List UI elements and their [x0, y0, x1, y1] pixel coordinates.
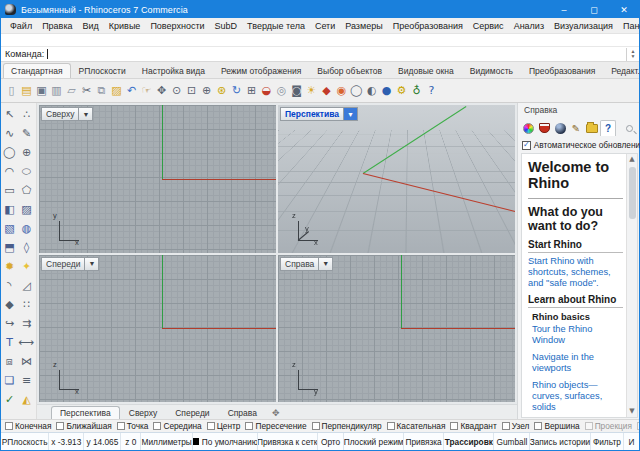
patch-icon[interactable]: ▨	[18, 200, 35, 219]
osnap-project[interactable]: Проекция	[585, 421, 632, 431]
gumball-toggle[interactable]: Gumball	[494, 433, 530, 450]
checkbox-icon[interactable]	[245, 422, 253, 430]
hide-objects-icon[interactable]: ◒	[259, 82, 274, 100]
vptab-perspective[interactable]: Перспектива	[51, 406, 120, 419]
tab-visibility[interactable]: Видимость	[462, 63, 521, 78]
viewport-front-label-chip[interactable]: Спереди ▼	[41, 257, 99, 271]
save-icon[interactable]: ▣	[34, 82, 49, 100]
vptab-top[interactable]: Сверху	[120, 406, 166, 419]
osnap-center[interactable]: Центр	[207, 421, 241, 431]
move-icon[interactable]: ✥	[154, 82, 169, 100]
lock-objects-icon[interactable]: ◙	[289, 82, 304, 100]
offset-icon[interactable]: ⇉	[18, 314, 35, 333]
zoom-icon[interactable]: ⊙	[169, 82, 184, 100]
tab-standard[interactable]: Стандартная	[3, 63, 71, 78]
osnap-toggle[interactable]: Привязка	[404, 433, 444, 450]
arc-icon[interactable]: ◠	[1, 162, 18, 181]
polyline-icon[interactable]: ∿	[1, 124, 18, 143]
extrude-icon[interactable]: ⬒	[1, 238, 18, 257]
wireframe-sphere-icon[interactable]: ◯	[349, 82, 364, 100]
tab-viewports[interactable]: Видовые окна	[390, 63, 462, 78]
checkbox-icon[interactable]	[312, 422, 320, 430]
tab-select-objects[interactable]: Выбор объектов	[309, 63, 390, 78]
pan-icon[interactable]: ☞	[139, 82, 154, 100]
menu-item[interactable]: Кривые	[104, 21, 146, 31]
menu-item[interactable]: Вид	[78, 21, 104, 31]
menu-item[interactable]: Размеры	[340, 21, 387, 31]
search-icon[interactable]	[625, 124, 637, 136]
sphere-icon[interactable]: ◍	[18, 219, 35, 238]
checkbox-icon[interactable]	[637, 422, 639, 430]
fillet-icon[interactable]: ◝	[1, 276, 18, 295]
viewport-right-label-chip[interactable]: Справа ▼	[280, 257, 333, 271]
select-arrow-icon[interactable]: ↖	[1, 105, 18, 124]
notes-panel-tab[interactable]: ✎	[568, 120, 584, 136]
osnap-disable[interactable]: Откл	[637, 421, 639, 431]
menu-item[interactable]: Файл	[5, 21, 37, 31]
viewport-right[interactable]: Справа ▼ z y	[278, 255, 515, 403]
chevron-down-icon[interactable]: ▼	[343, 108, 357, 120]
chamfer-icon[interactable]: ◿	[18, 276, 35, 295]
export-icon[interactable]: ▱	[64, 82, 79, 100]
osnap-near[interactable]: Ближайшая	[56, 421, 111, 431]
menu-item[interactable]: SubD	[210, 21, 243, 31]
menu-item[interactable]: Поверхности	[145, 21, 209, 31]
vptab-right[interactable]: Справа	[219, 406, 266, 419]
explode-icon[interactable]: ✦	[18, 257, 35, 276]
planar-toggle[interactable]: Плоский режим	[344, 433, 404, 450]
osnap-end[interactable]: Конечная	[5, 421, 51, 431]
zoom-extents-icon[interactable]: ⊕	[199, 82, 214, 100]
close-button[interactable]: ✕	[609, 1, 639, 18]
osnap-vertex[interactable]: Вершина	[534, 421, 579, 431]
help-link[interactable]: Navigate in the viewports	[532, 352, 623, 374]
help-link[interactable]: Tour the Rhino Window	[532, 324, 623, 346]
group-icon[interactable]: ❏	[1, 371, 18, 390]
tab-cplanes[interactable]: РПлоскости	[71, 63, 134, 78]
cplane-button[interactable]: РПлоскость	[1, 433, 49, 450]
render-settings-icon[interactable]: ⚙	[394, 82, 409, 100]
print-icon[interactable]: ▥	[49, 82, 64, 100]
osnap-tangent[interactable]: Касательная	[387, 421, 446, 431]
checkbox-icon[interactable]	[207, 422, 215, 430]
tab-transform[interactable]: Преобразования	[521, 63, 603, 78]
osnap-mid[interactable]: Середина	[153, 421, 201, 431]
rotate-view-icon[interactable]: ↻	[229, 82, 244, 100]
grid-snap-toggle[interactable]: Привязка к сетк	[258, 433, 318, 450]
viewport-top-label-chip[interactable]: Сверху ▼	[41, 107, 93, 121]
split-icon[interactable]: ∷	[18, 295, 35, 314]
curve-edit-icon[interactable]: ↪	[1, 314, 18, 333]
vptab-front[interactable]: Спереди	[166, 406, 218, 419]
revolve-icon[interactable]: ◊	[18, 238, 35, 257]
osnap-intersection[interactable]: Пересечение	[245, 421, 306, 431]
help-panel-tab[interactable]: ?	[600, 120, 616, 136]
chevron-down-icon[interactable]: ▼	[78, 108, 92, 120]
point-icon[interactable]: ∴	[18, 105, 35, 124]
rendered-sphere-icon[interactable]: ●	[379, 82, 394, 100]
zoom-window-icon[interactable]: ⊡	[184, 82, 199, 100]
menu-item[interactable]: Панели	[618, 21, 640, 31]
display-mode-icon[interactable]: ◆	[319, 82, 334, 100]
boolean-icon[interactable]: ✹	[1, 257, 18, 276]
chevron-down-icon[interactable]: ▼	[318, 258, 332, 270]
rectangle-icon[interactable]: ▭	[1, 181, 18, 200]
copy-icon[interactable]: ⧉	[94, 82, 109, 100]
menu-item[interactable]: Твердые тела	[242, 21, 310, 31]
paste-icon[interactable]: ▨	[109, 82, 124, 100]
command-line[interactable]: Команда: ▲▼	[1, 47, 639, 62]
checkbox-icon[interactable]	[502, 422, 510, 430]
viewport-layout-icon[interactable]: ⊞	[244, 82, 259, 100]
help-icon[interactable]: ?	[424, 82, 439, 100]
cut-icon[interactable]: ✂	[79, 82, 94, 100]
osnap-point[interactable]: Точка	[117, 421, 149, 431]
libraries-panel-tab[interactable]	[584, 120, 600, 136]
ellipse-icon[interactable]: ⬭	[18, 162, 35, 181]
viewport-move-icon[interactable]: ✥	[266, 408, 286, 419]
units-button[interactable]: Миллиметры	[141, 433, 193, 450]
menu-item[interactable]: Преобразования	[388, 21, 468, 31]
layer-button[interactable]: По умолчанию	[193, 433, 258, 450]
auto-update-checkbox[interactable]: ✓	[522, 141, 531, 150]
checkbox-icon[interactable]	[534, 422, 542, 430]
open-file-icon[interactable]: ▤	[19, 82, 34, 100]
menu-item[interactable]: Визуализация	[549, 21, 618, 31]
command-scroll-spinner[interactable]: ▲▼	[626, 48, 639, 61]
